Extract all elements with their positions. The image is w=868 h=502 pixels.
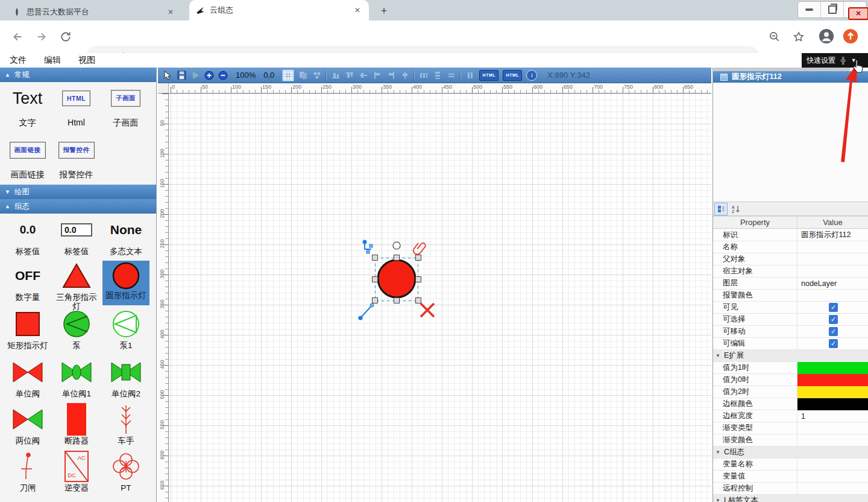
alphabetical-sort-icon[interactable]: AZ [729, 203, 741, 215]
zoom-out-page-icon[interactable] [767, 29, 782, 45]
property-value[interactable]: ✓ [797, 314, 868, 325]
palette-item-breaker[interactable]: 断路器 [53, 404, 100, 445]
property-row-item[interactable]: 值为1时 [713, 362, 868, 374]
html-source-button[interactable]: HTML [479, 70, 498, 81]
property-value[interactable] [797, 422, 868, 434]
palette-item-pt-transformer[interactable]: PT [102, 451, 149, 492]
color-swatch[interactable] [797, 362, 868, 374]
palette-item-valve-green-rect[interactable]: 单位阀2 [102, 357, 149, 398]
palette-item-valve-two-color[interactable]: 两位阀 [4, 404, 51, 445]
palette-item-knife-switch[interactable]: 刀闸 [4, 451, 51, 492]
delete-x-icon[interactable] [421, 303, 434, 317]
property-row-item[interactable]: 值为0时 [713, 374, 868, 386]
palette-item-trolley[interactable]: 车手 [102, 404, 149, 445]
property-row-item[interactable]: 值为2时 [713, 386, 868, 398]
property-row-item[interactable]: 报警颜色 [713, 290, 868, 302]
group-collapse-icon[interactable]: ▼ [715, 446, 720, 458]
zoom-in-icon[interactable] [204, 71, 214, 80]
html-preview-button[interactable]: HTML [503, 70, 522, 81]
property-row-item[interactable]: 变量值 [713, 471, 868, 483]
align-bottom-icon[interactable] [331, 71, 341, 80]
browser-update-icon[interactable] [843, 28, 858, 44]
property-row-item[interactable]: 边框宽度1 [713, 410, 868, 422]
property-value[interactable]: ✓ [797, 326, 868, 337]
column-property[interactable]: Property [713, 217, 797, 228]
palette-item-tag-value-box[interactable]: 0.0标签值 [53, 215, 100, 256]
checkbox-checked-icon[interactable]: ✓ [829, 339, 838, 348]
color-swatch[interactable] [797, 374, 868, 386]
palette-item-valve-green-ellipse[interactable]: 单位阀1 [53, 357, 100, 398]
palette-item-inverter[interactable]: ACDC逆变器 [53, 451, 100, 492]
selected-element[interactable] [378, 260, 415, 297]
run-icon[interactable] [190, 71, 200, 80]
copy-icon[interactable] [298, 71, 308, 80]
property-row-item[interactable]: 变量名称 [713, 459, 868, 471]
property-row-item[interactable]: 可见✓ [713, 302, 868, 314]
property-row-item[interactable]: 可选择✓ [713, 314, 868, 326]
rotate-handle[interactable] [393, 242, 400, 249]
palette-item-circle-indicator[interactable]: 圆形指示灯 [102, 261, 149, 305]
palette-item-valve-red[interactable]: 单位阀 [4, 357, 51, 398]
same-size-icon[interactable] [447, 71, 456, 80]
bookmark-star-icon[interactable] [791, 29, 807, 45]
property-value[interactable]: 1 [797, 410, 868, 422]
property-value[interactable]: nodeLayer [797, 278, 868, 289]
quick-settings-dropdown-icon[interactable]: ▼ [851, 57, 857, 63]
window-minimize-button[interactable] [798, 2, 820, 17]
property-value[interactable] [797, 241, 868, 253]
property-value[interactable] [797, 459, 868, 470]
property-value[interactable] [797, 362, 868, 373]
property-row-item[interactable]: 父对象 [713, 253, 868, 265]
property-value[interactable]: 圆形指示灯112 [797, 229, 868, 241]
property-row-item[interactable]: 渐变类型 [713, 422, 868, 434]
menu-file[interactable]: 文件 [10, 55, 27, 66]
property-row-item[interactable]: 名称 [713, 241, 868, 253]
palette-item-screen-link-element[interactable]: 画面链接画面链接 [3, 136, 52, 180]
group-icon[interactable] [312, 71, 322, 80]
window-close-button[interactable]: ✕ ✕ [843, 2, 866, 17]
palette-section-drawing[interactable]: ▼绘图 [0, 185, 156, 199]
menu-edit[interactable]: 编辑 [44, 55, 61, 66]
group-collapse-icon[interactable]: ▼ [715, 350, 720, 361]
property-value[interactable]: ✓ [797, 338, 868, 349]
property-row-item[interactable]: 远程控制 [713, 483, 868, 495]
select-cursor-icon[interactable] [163, 71, 172, 80]
palette-item-multi-state-text[interactable]: None多态文本 [102, 215, 149, 256]
property-row-item[interactable]: 图层nodeLayer [713, 278, 868, 290]
distribute-vertical-icon[interactable] [433, 71, 442, 80]
property-row-item[interactable]: 可编辑✓ [713, 338, 868, 350]
palette-item-pump-outline[interactable]: 泵1 [102, 309, 149, 350]
grid-toggle-icon[interactable] [282, 69, 294, 81]
property-row-item[interactable]: 标识圆形指示灯112 [713, 229, 868, 241]
property-value[interactable] [797, 253, 868, 265]
property-row-item[interactable]: 可移动✓ [713, 326, 868, 338]
palette-item-tag-value[interactable]: 0.0标签值 [4, 215, 51, 256]
palette-item-digital-value[interactable]: OFF数字量 [4, 261, 51, 302]
property-row-group[interactable]: ▼L标签文本 [713, 495, 868, 502]
align-left-icon[interactable] [373, 71, 382, 80]
save-icon[interactable] [177, 71, 186, 80]
reload-icon[interactable] [58, 29, 74, 45]
property-value[interactable] [797, 483, 868, 494]
align-center-icon[interactable] [400, 71, 410, 80]
palette-item-html-element[interactable]: HTMLHtml [52, 84, 101, 127]
property-row-group[interactable]: ▼C组态 [713, 446, 868, 459]
property-value[interactable] [797, 290, 868, 301]
property-value[interactable] [797, 386, 868, 398]
property-value[interactable] [797, 398, 868, 410]
browser-tab-2[interactable]: 云组态 ✕ [189, 0, 369, 21]
new-tab-button[interactable]: + [377, 4, 391, 17]
palette-section-scada[interactable]: ▲组态 [0, 199, 156, 214]
property-row-item[interactable]: 渐变颜色 [713, 434, 868, 446]
align-middle-icon[interactable] [359, 71, 368, 80]
palette-item-rect-indicator[interactable]: 矩形指示灯 [4, 309, 51, 350]
palette-item-subscreen-element[interactable]: 子画面子画面 [101, 84, 150, 129]
checkbox-checked-icon[interactable]: ✓ [829, 327, 838, 336]
property-value[interactable]: ✓ [797, 302, 868, 313]
property-row-item[interactable]: 宿主对象 [713, 265, 868, 278]
palette-item-pump[interactable]: 泵 [53, 309, 100, 350]
color-swatch[interactable] [797, 386, 868, 398]
property-value[interactable] [797, 471, 868, 482]
palette-item-text-element[interactable]: Text文字 [3, 84, 52, 129]
attach-paperclip-icon[interactable] [412, 240, 426, 256]
